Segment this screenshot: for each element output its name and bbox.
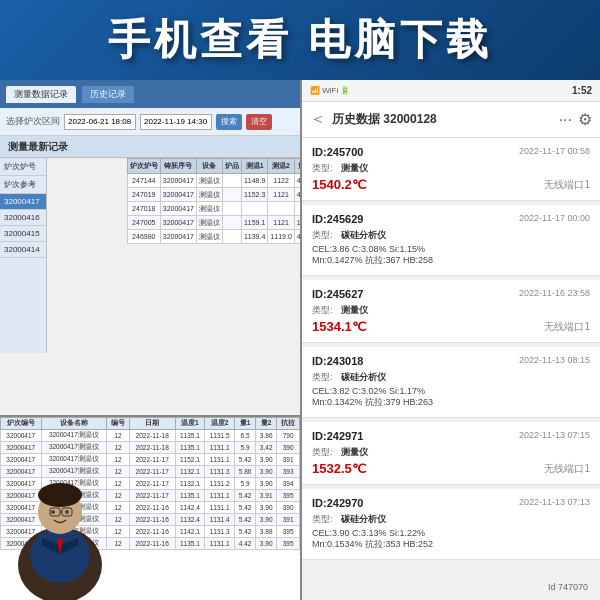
type-val: 测量仪 — [341, 162, 368, 175]
data-table: 炉次炉号 铸胚序号 设备 炉品 测温1 测温2 量1 量2 量3 炉龄 测温次数… — [127, 158, 300, 244]
list-item-32000416[interactable]: 32000416 — [0, 210, 46, 226]
type-label: 类型: — [312, 229, 333, 242]
card-header: ID:243018 2022-11-13 08:15 — [312, 355, 590, 367]
main-content: 测量数据记录 历史记录 选择炉次区间 搜索 清空 测量最新记录 炉次炉号 炉次参… — [0, 80, 600, 600]
settings-button[interactable]: ⚙ — [578, 110, 592, 129]
mobile-list: ID:245700 2022-11-17 00:58 类型: 测量仪 1540.… — [302, 138, 600, 600]
tab-data-record[interactable]: 测量数据记录 — [6, 86, 76, 103]
type-row: 类型: 测量仪 — [312, 162, 590, 175]
temperature: 1534.1℃ — [312, 319, 367, 334]
card-header: ID:242970 2022-11-13 07:13 — [312, 497, 590, 509]
record-date: 2022-11-13 07:15 — [519, 430, 590, 442]
table-row: 24701832000417测温仪1397.8查看 — [127, 202, 300, 216]
mobile-record-245700[interactable]: ID:245700 2022-11-17 00:58 类型: 测量仪 1540.… — [302, 138, 600, 201]
col-grade: 炉品 — [222, 159, 241, 174]
back-button[interactable]: ＜ — [310, 109, 326, 130]
record-date: 2022-11-17 00:58 — [519, 146, 590, 158]
list-item-32000415[interactable]: 32000415 — [0, 226, 46, 242]
mobile-record-245629[interactable]: ID:245629 2022-11-17 00:00 类型: 碳硅分析仪 CEL… — [302, 205, 600, 276]
data-row2: Mn:0.1342% 抗拉:379 HB:263 — [312, 396, 590, 409]
record-id: ID:242970 — [312, 497, 363, 509]
bottom-spreadsheet: 炉次编号 设备名称 编号 日期 温度1 温度2 量1 量2 抗拉 3200041… — [0, 415, 300, 600]
card-header: ID:245627 2022-11-16 23:58 — [312, 288, 590, 300]
right-panel: 📶 WiFi 🔋 1:52 ＜ 历史数据 32000128 ··· ⚙ ID:2… — [300, 80, 600, 600]
temperature: 1540.2℃ — [312, 177, 367, 192]
card-header: ID:242971 2022-11-13 07:15 — [312, 430, 590, 442]
type-label: 类型: — [312, 446, 333, 459]
status-time: 1:52 — [572, 85, 592, 96]
mobile-navbar: ＜ 历史数据 32000128 ··· ⚙ — [302, 102, 600, 138]
type-label: 类型: — [312, 371, 333, 384]
svg-point-3 — [38, 483, 82, 507]
list-item-32000417-selected[interactable]: 32000417 — [0, 194, 46, 210]
list-item-header[interactable]: 炉次炉号 — [0, 158, 46, 176]
svg-point-4 — [51, 510, 55, 514]
type-val: 测量仪 — [341, 446, 368, 459]
record-date: 2022-11-13 07:13 — [519, 497, 590, 509]
mobile-record-242971[interactable]: ID:242971 2022-11-13 07:15 类型: 测量仪 1532.… — [302, 422, 600, 485]
data-row: CEL:3.90 C:3.13% Si:1.22% — [312, 528, 590, 538]
top-banner: 手机查看 电脑下载 — [0, 0, 600, 80]
type-row: 类型: 测量仪 — [312, 446, 590, 459]
analysis-data2: Mn:0.1342% 抗拉:379 HB:263 — [312, 396, 433, 409]
left-panel: 测量数据记录 历史记录 选择炉次区间 搜索 清空 测量最新记录 炉次炉号 炉次参… — [0, 80, 300, 600]
analysis-data1: CEL:3.90 C:3.13% Si:1.22% — [312, 528, 425, 538]
mobile-record-245627[interactable]: ID:245627 2022-11-16 23:58 类型: 测量仪 1534.… — [302, 280, 600, 343]
record-id: ID:245700 — [312, 146, 363, 158]
type-val: 碳硅分析仪 — [341, 229, 386, 242]
analysis-data1: CEL:3.86 C:3.08% Si:1.15% — [312, 244, 425, 254]
status-bar-left: 📶 WiFi 🔋 — [310, 86, 350, 95]
data-row: CEL:3.86 C:3.08% Si:1.15% — [312, 244, 590, 254]
navbar-title: 历史数据 32000128 — [332, 111, 553, 128]
analysis-data1: CEL:3.82 C:3.02% Si:1.17% — [312, 386, 425, 396]
mobile-statusbar: 📶 WiFi 🔋 1:52 — [302, 80, 600, 102]
type-label: 类型: — [312, 304, 333, 317]
more-button[interactable]: ··· — [559, 111, 572, 129]
list-item-ref[interactable]: 炉次参考 — [0, 176, 46, 194]
date-from-input[interactable] — [64, 114, 136, 130]
desktop-section-title: 测量最新记录 — [0, 136, 300, 158]
data-row2: Mn:0.1534% 抗拉:353 HB:252 — [312, 538, 590, 551]
analysis-data2: Mn:0.1534% 抗拉:353 HB:252 — [312, 538, 433, 551]
type-row: 类型: 碳硅分析仪 — [312, 229, 590, 242]
tab-history[interactable]: 历史记录 — [82, 86, 134, 103]
svg-point-5 — [65, 510, 69, 514]
temp-row: 1534.1℃ 无线端口1 — [312, 319, 590, 334]
id-badge: Id 747070 — [548, 582, 588, 592]
record-date: 2022-11-13 08:15 — [519, 355, 590, 367]
banner-title: 手机查看 电脑下载 — [108, 12, 492, 68]
mobile-record-242970[interactable]: ID:242970 2022-11-13 07:13 类型: 碳硅分析仪 CEL… — [302, 489, 600, 560]
card-header: ID:245700 2022-11-17 00:58 — [312, 146, 590, 158]
type-label: 类型: — [312, 513, 333, 526]
table-row: 3200041732000417测温仪122022-11-181135.1113… — [1, 430, 300, 442]
type-row: 类型: 测量仪 — [312, 304, 590, 317]
date-to-input[interactable] — [140, 114, 212, 130]
data-row: CEL:3.82 C:3.02% Si:1.17% — [312, 386, 590, 396]
temperature: 1532.5℃ — [312, 461, 367, 476]
list-item-32000414[interactable]: 32000414 — [0, 242, 46, 258]
date-range-label: 选择炉次区间 — [6, 115, 60, 128]
temp-row: 1532.5℃ 无线端口1 — [312, 461, 590, 476]
record-id: ID:243018 — [312, 355, 363, 367]
type-val: 测量仪 — [341, 304, 368, 317]
type-label: 类型: — [312, 162, 333, 175]
search-button[interactable]: 搜索 — [216, 114, 242, 130]
person-silhouette — [0, 450, 120, 600]
record-id: ID:242971 — [312, 430, 363, 442]
desktop-table-area: 炉次炉号 铸胚序号 设备 炉品 测温1 测温2 量1 量2 量3 炉龄 测温次数… — [127, 158, 300, 353]
port: 无线端口1 — [544, 462, 590, 476]
clear-button[interactable]: 清空 — [246, 114, 272, 130]
table-row: 24701932000417测温仪1152.311214.003.731.529… — [127, 188, 300, 202]
desktop-left-list: 炉次炉号 炉次参考 32000417 32000416 32000415 320… — [0, 158, 47, 353]
record-date: 2022-11-17 00:00 — [519, 213, 590, 225]
type-row: 类型: 碳硅分析仪 — [312, 371, 590, 384]
record-id: ID:245629 — [312, 213, 363, 225]
mobile-record-243018[interactable]: ID:243018 2022-11-13 08:15 类型: 碳硅分析仪 CEL… — [302, 347, 600, 418]
port: 无线端口1 — [544, 178, 590, 192]
type-val: 碳硅分析仪 — [341, 371, 386, 384]
card-header: ID:245629 2022-11-17 00:00 — [312, 213, 590, 225]
type-val: 碳硅分析仪 — [341, 513, 386, 526]
table-row: 24714432000417测温仪1148.911224.353.013.742… — [127, 174, 300, 188]
col-temp2: 测温2 — [268, 159, 294, 174]
desktop-toolbar: 选择炉次区间 搜索 清空 — [0, 108, 300, 136]
